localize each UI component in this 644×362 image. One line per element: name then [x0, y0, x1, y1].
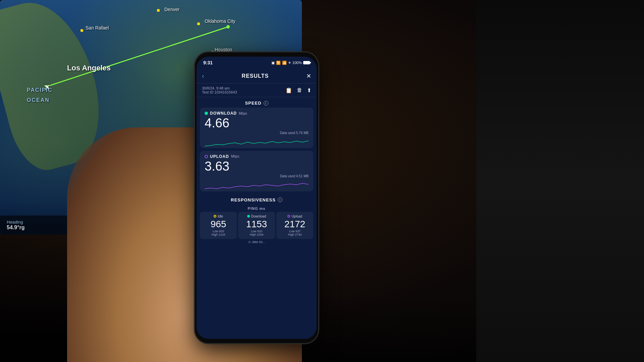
download-ping-label: Download: [251, 215, 266, 218]
results-title: RESULTS: [242, 73, 269, 79]
speed-section-header: SPEED i: [197, 97, 317, 108]
map-label-pacific-2: OCEAN: [27, 97, 50, 103]
upload-label: UPLOAD: [210, 154, 229, 159]
seat-area: [476, 0, 644, 362]
app-content: ‹ RESULTS ✕ 30/8/24, 9:48 am Test ID 103…: [197, 69, 317, 339]
jitter-hint: ⊙ Jitter 63...: [200, 239, 313, 245]
responsiveness-section: PING ms Idle 965 Low 920: [197, 206, 317, 245]
idle-indicator: [214, 215, 216, 218]
upload-indicator: [205, 155, 208, 158]
upload-chart: [205, 179, 309, 191]
test-id: Test ID 10341615643: [202, 90, 237, 94]
ping-card-download: Download 1153 Low 910 High 2294: [238, 212, 275, 239]
upload-ping-indicator: [287, 215, 290, 218]
battery-percent: 100%: [292, 61, 302, 65]
copy-icon[interactable]: 📋: [285, 87, 292, 94]
idle-type-row: Idle: [202, 215, 235, 218]
map-label-denver: Denver: [164, 7, 179, 12]
map-dot-san-rafael: [80, 29, 83, 32]
test-actions: 📋 🗑 ⬆: [285, 87, 311, 94]
map-label-oklahoma: Oklahoma City: [205, 18, 235, 24]
test-info-row: 30/8/24, 9:48 am Test ID 10341615643 📋 🗑…: [197, 83, 317, 97]
download-label: DOWNLOAD: [210, 111, 237, 116]
download-unit: Mbps: [239, 112, 247, 115]
map-label-los-angeles: Los Angeles: [67, 64, 111, 72]
test-date-id: 30/8/24, 9:48 am Test ID 10341615643: [202, 86, 237, 94]
idle-ping-value: 965: [202, 220, 235, 229]
idle-low: Low 920: [202, 230, 235, 233]
status-time: 9:31: [203, 60, 213, 65]
ping-header: PING ms: [200, 206, 313, 210]
close-button[interactable]: ✕: [306, 72, 311, 80]
map-label-san-rafael: San Rafael: [86, 25, 109, 31]
upload-ping-type-row: Upload: [278, 215, 311, 218]
responsiveness-section-header: RESPONSIVENESS i: [197, 194, 317, 204]
svg-point-2: [226, 25, 230, 28]
download-indicator: [205, 112, 208, 115]
upload-unit: Mbps: [231, 155, 239, 158]
download-ping-indicator: [247, 215, 250, 218]
phone-screen: 9:31 ▣ 🛜 📶 ✈ 100% ‹ RESULTS ✕ 30/8/24,: [197, 57, 317, 339]
map-label-houston: Houston: [215, 47, 232, 52]
signal-icon: 📶: [282, 61, 287, 65]
upload-ping-high: High 2734: [278, 233, 311, 236]
download-ping-high: High 2294: [240, 233, 273, 236]
upload-data-used: Data used 4.51 MB: [205, 174, 309, 179]
status-icons: ▣ 🛜 📶 ✈ 100%: [271, 61, 310, 65]
upload-ping-low: Low 937: [278, 230, 311, 233]
map-label-pacific-1: PACIFIC: [27, 87, 53, 93]
download-chart: [205, 136, 309, 148]
airplane-mode-icon: ✈: [288, 61, 291, 65]
map-dot-oklahoma: [197, 22, 200, 25]
ping-card-upload: Upload 2172 Low 937 High 2734: [276, 212, 313, 239]
download-card: DOWNLOAD Mbps 4.66 Data used 5.76 MB: [200, 108, 313, 148]
download-ping-type-row: Download: [240, 215, 273, 218]
test-date: 30/8/24, 9:48 am: [202, 86, 237, 90]
ping-card-idle: Idle 965 Low 920 High 1103: [200, 212, 237, 239]
download-ping-value: 1153: [240, 220, 273, 229]
download-value: 4.66: [205, 116, 309, 130]
upload-ping-label: Upload: [291, 215, 302, 218]
download-ping-low: Low 910: [240, 230, 273, 233]
app-header: ‹ RESULTS ✕: [197, 69, 317, 83]
download-data-used: Data used 5.76 MB: [205, 131, 309, 136]
idle-high: High 1103: [202, 233, 235, 236]
download-label-row: DOWNLOAD Mbps: [205, 111, 309, 116]
speed-info-icon[interactable]: i: [264, 101, 268, 106]
delete-icon[interactable]: 🗑: [297, 87, 302, 94]
idle-label: Idle: [218, 215, 223, 218]
battery-icon: [303, 61, 310, 64]
sim-icon: ▣: [271, 61, 275, 65]
wifi-icon: 🛜: [276, 61, 281, 65]
phone-frame: 9:31 ▣ 🛜 📶 ✈ 100% ‹ RESULTS ✕ 30/8/24,: [195, 52, 319, 344]
share-icon[interactable]: ⬆: [307, 87, 311, 94]
upload-value: 3.63: [205, 160, 309, 174]
upload-label-row: UPLOAD Mbps: [205, 154, 309, 159]
ping-grid: Idle 965 Low 920 High 1103: [200, 212, 313, 239]
back-button[interactable]: ‹: [202, 72, 204, 80]
upload-card: UPLOAD Mbps 3.63 Data used 4.51 MB: [200, 151, 313, 191]
map-dot-denver: [157, 9, 160, 12]
responsiveness-info-icon[interactable]: i: [278, 197, 282, 202]
status-bar: 9:31 ▣ 🛜 📶 ✈ 100%: [197, 57, 317, 69]
upload-ping-value: 2172: [278, 220, 311, 229]
